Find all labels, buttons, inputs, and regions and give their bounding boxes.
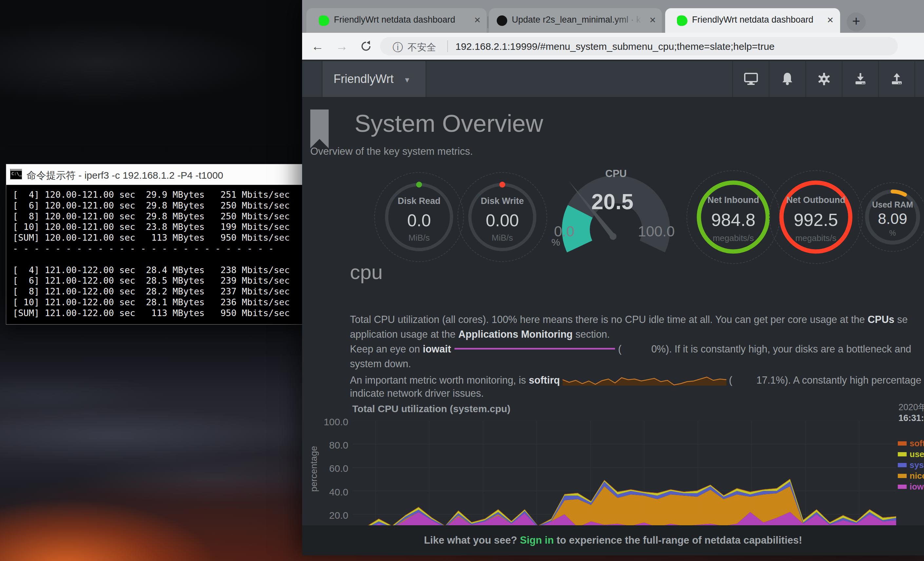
page-subtitle: Overview of the key system metrics. — [310, 146, 473, 157]
bookmark-icon — [310, 110, 328, 148]
gauge-disk-write[interactable]: Disk Write 0.00 MiB/s — [463, 178, 542, 256]
tab-friendlywrt-1[interactable]: FriendlyWrt netdata dashboard × — [306, 8, 487, 33]
gauge-unit: % — [863, 229, 922, 238]
netdata-favicon — [677, 15, 687, 26]
netdata-navbar: FriendlyWrt ▾ — [302, 61, 924, 98]
browser-window: FriendlyWrt netdata dashboard × Update r… — [302, 0, 924, 555]
paragraph-line: indicate network driver issues. — [350, 386, 924, 401]
y-tick: 40.0 — [312, 487, 348, 498]
gauge-label: Disk Write — [463, 196, 542, 206]
import-snapshot-button[interactable] — [842, 61, 878, 97]
github-favicon — [497, 15, 507, 26]
softirq-value: 17.1% — [732, 373, 785, 386]
terminal-window[interactable]: C:\_ 命令提示符 - iperf3 -c 192.168.1.2 -P4 -… — [6, 164, 303, 325]
gauge-value: 20.5 — [580, 189, 645, 214]
url-text[interactable]: 192.168.2.1:19999/#menu_system_submenu_c… — [456, 41, 888, 52]
host-dropdown[interactable]: FriendlyWrt ▾ — [322, 61, 426, 97]
navbar-edge-cell — [915, 61, 924, 97]
gauge-unit: megabits/s — [692, 233, 774, 243]
upload-icon — [890, 72, 904, 86]
tab-divider — [488, 17, 488, 28]
legend-label: use — [910, 449, 924, 459]
legend-item[interactable]: soft — [898, 438, 924, 449]
paragraph-line: Total CPU utilization (all cores). 100% … — [350, 312, 924, 327]
legend-swatch — [898, 463, 907, 467]
chevron-down-icon: ▾ — [405, 75, 409, 85]
tab-close-icon[interactable]: × — [646, 14, 659, 27]
tab-friendlywrt-2-active[interactable]: FriendlyWrt netdata dashboard × — [665, 8, 840, 33]
gauge-label: Net Outbound — [775, 195, 857, 205]
cpu-gauge-arc — [559, 172, 674, 264]
paragraph-line: application usage at the Applications Mo… — [350, 327, 924, 341]
terminal-titlebar: C:\_ 命令提示符 - iperf3 -c 192.168.1.2 -P4 -… — [6, 164, 302, 185]
back-button[interactable]: ← — [309, 38, 326, 54]
paragraph-line: system down. — [350, 356, 924, 371]
gauge-label: Net Inbound — [692, 195, 774, 205]
address-bar[interactable]: ⓘ 不安全 192.168.2.1:19999/#menu_system_sub… — [380, 37, 898, 56]
bell-icon — [781, 72, 794, 86]
y-tick: 100.0 — [312, 417, 348, 427]
download-icon — [854, 72, 867, 86]
sign-in-link[interactable]: Sign in — [520, 534, 554, 546]
netdata-page: FriendlyWrt ▾ — [302, 60, 924, 555]
cpu-utilization-chart[interactable] — [352, 421, 896, 538]
tab-github[interactable]: Update r2s_lean_minimal.yml · k × — [489, 8, 662, 33]
print-dashboard-button[interactable] — [732, 61, 769, 97]
tab-close-icon[interactable]: × — [824, 14, 837, 27]
gauge-label: Disk Read — [380, 196, 458, 206]
export-snapshot-button[interactable] — [878, 61, 915, 97]
gauge-unit: megabits/s — [775, 233, 857, 243]
terminal-title: 命令提示符 - iperf3 -c 192.168.1.2 -P4 -t1000 — [27, 169, 223, 182]
legend-item[interactable]: nice — [898, 471, 924, 481]
iowait-value: 0% — [622, 341, 666, 356]
chart-title: Total CPU utilization (system.cpu) — [352, 403, 510, 414]
gauge-value: 8.09 — [863, 210, 922, 227]
gauge-used-ram[interactable]: Used RAM 8.09 % — [863, 188, 922, 247]
gauge-value: 992.5 — [775, 209, 857, 230]
site-info-icon[interactable]: ⓘ — [393, 40, 403, 55]
legend-label: iow — [910, 482, 924, 492]
settings-button[interactable] — [806, 61, 842, 97]
legend-label: nice — [910, 471, 924, 481]
y-tick: 60.0 — [312, 463, 348, 474]
forward-button[interactable]: → — [333, 38, 350, 54]
legend-item[interactable]: iow — [898, 481, 924, 492]
legend-label: syst — [910, 460, 924, 470]
page-title: System Overview — [354, 110, 543, 137]
new-tab-button[interactable]: + — [847, 12, 866, 32]
reload-button[interactable] — [358, 38, 374, 54]
softirq-metric: softirq — [529, 375, 560, 386]
netdata-favicon — [319, 15, 329, 26]
gauge-value: 0.00 — [463, 211, 542, 230]
gauge-label: CPU — [583, 168, 649, 180]
omnibox-divider — [447, 40, 448, 52]
gear-icon — [817, 72, 831, 86]
cpus-link[interactable]: CPUs — [868, 314, 894, 325]
reload-icon — [360, 41, 372, 52]
applications-monitoring-link[interactable]: Applications Monitoring — [458, 329, 573, 340]
legend-item[interactable]: use — [898, 449, 924, 460]
paragraph-line: An important metric worth monitoring, is… — [350, 371, 924, 386]
terminal-body: [ 4] 120.00-121.00 sec 29.9 MBytes 251 M… — [6, 185, 302, 324]
gauge-cpu[interactable] — [559, 172, 674, 264]
gauge-max: 100.0 — [633, 223, 679, 240]
legend-item[interactable]: syst — [898, 460, 924, 471]
legend-swatch — [898, 441, 907, 445]
y-tick: 20.0 — [312, 510, 348, 521]
gauge-net-inbound[interactable]: Net Inbound 984.8 megabits/s — [692, 176, 774, 258]
host-name: FriendlyWrt — [333, 72, 393, 86]
alarms-button[interactable] — [769, 61, 806, 97]
monitor-icon — [744, 72, 758, 86]
tab-close-icon[interactable]: × — [471, 14, 484, 27]
softirq-sparkline — [562, 371, 726, 386]
cmd-icon: C:\_ — [10, 169, 22, 179]
iowait-sparkline — [454, 348, 615, 349]
terminal-output: [ 4] 120.00-121.00 sec 29.9 MBytes 251 M… — [6, 185, 302, 319]
chart-timestamp: 2020年3 16:31:2 — [898, 401, 924, 423]
section-title-cpu: cpu — [350, 260, 383, 284]
tab-title: FriendlyWrt netdata dashboard — [334, 15, 458, 25]
gauge-disk-read[interactable]: Disk Read 0.0 MiB/s — [380, 178, 458, 256]
desktop: { "terminal": { "title": "命令提示符 - iperf3… — [0, 0, 924, 561]
legend-label: soft — [910, 438, 924, 448]
gauge-net-outbound[interactable]: Net Outbound 992.5 megabits/s — [775, 176, 857, 258]
